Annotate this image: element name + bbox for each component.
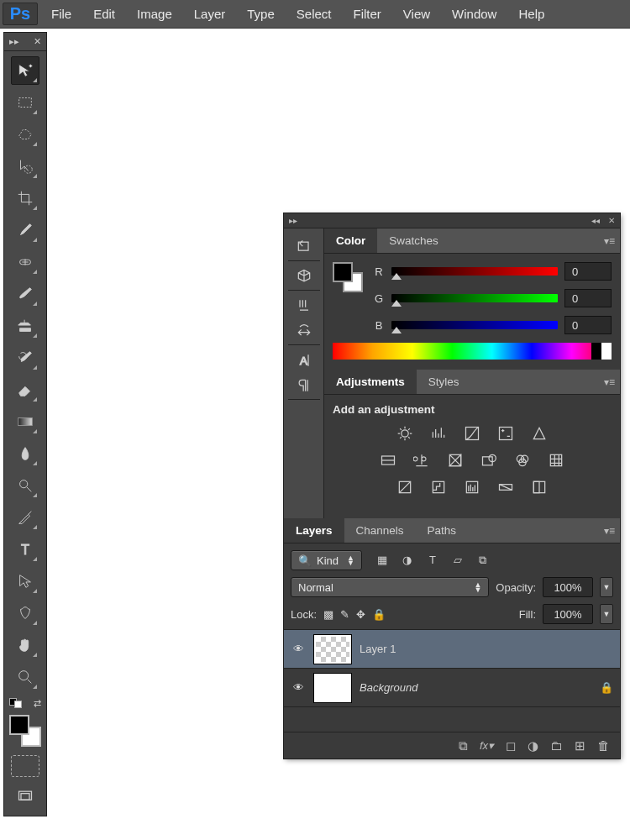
levels-icon[interactable] — [428, 424, 449, 443]
channel-g-slider[interactable] — [391, 294, 558, 302]
color-panel-swatches[interactable] — [333, 262, 363, 292]
menu-file[interactable]: File — [40, 0, 82, 28]
healing-brush-tool[interactable] — [11, 248, 39, 276]
paragraph-icon[interactable] — [293, 377, 315, 394]
layer-thumbnail[interactable] — [314, 674, 351, 702]
eyedropper-tool[interactable] — [11, 216, 39, 244]
opacity-dropdown-icon[interactable]: ▼ — [600, 577, 613, 597]
delete-icon[interactable]: 🗑 — [597, 738, 610, 753]
layer-name[interactable]: Layer 1 — [360, 643, 613, 655]
layer-row[interactable]: 👁 Layer 1 — [284, 629, 620, 668]
foreground-background-colors[interactable] — [9, 715, 41, 747]
layer-name[interactable]: Background — [360, 681, 591, 694]
menu-help[interactable]: Help — [507, 0, 555, 28]
fill-value[interactable]: 100% — [543, 604, 593, 624]
screen-mode-button[interactable] — [11, 785, 39, 807]
black-white-icon[interactable] — [445, 451, 465, 470]
tab-color[interactable]: Color — [324, 228, 377, 253]
swap-colors-icon[interactable]: ⇄ — [34, 699, 41, 708]
channel-mixer-icon[interactable] — [512, 451, 533, 470]
fx-icon[interactable]: fx▾ — [480, 739, 494, 752]
shape-tool[interactable] — [11, 599, 39, 627]
filter-type-icon[interactable]: T — [424, 554, 441, 567]
type-tool[interactable]: T — [11, 535, 39, 564]
menu-layer[interactable]: Layer — [183, 0, 237, 28]
crop-tool[interactable] — [11, 184, 39, 213]
character-icon[interactable]: A — [293, 352, 315, 369]
visibility-toggle-icon[interactable]: 👁 — [291, 643, 306, 655]
brush-tool[interactable] — [11, 280, 39, 308]
dodge-tool[interactable] — [11, 471, 39, 500]
selective-color-icon[interactable] — [529, 478, 549, 496]
menu-view[interactable]: View — [392, 0, 441, 28]
lasso-tool[interactable] — [11, 120, 39, 149]
filter-shape-icon[interactable]: ▱ — [449, 554, 466, 567]
history-icon[interactable] — [293, 239, 315, 255]
filter-adjustment-icon[interactable]: ◑ — [399, 554, 416, 567]
gradient-tool[interactable] — [11, 407, 39, 436]
blend-mode-select[interactable]: Normal ▲▼ — [291, 577, 489, 597]
eraser-tool[interactable] — [11, 375, 39, 404]
layer-row[interactable]: 👁 Background 🔒 — [284, 668, 620, 706]
opacity-value[interactable]: 100% — [543, 577, 593, 597]
close-icon[interactable]: ✕ — [34, 36, 41, 47]
menu-filter[interactable]: Filter — [343, 0, 392, 28]
channel-b-value[interactable]: 0 — [564, 316, 612, 334]
channel-r-value[interactable]: 0 — [564, 262, 612, 281]
visibility-toggle-icon[interactable]: 👁 — [291, 681, 306, 694]
group-icon[interactable]: 🗀 — [550, 738, 563, 753]
lock-all-icon[interactable]: 🔒 — [372, 608, 386, 621]
mask-icon[interactable]: ◻ — [506, 738, 516, 753]
lock-pixels-icon[interactable]: ✎ — [340, 608, 349, 621]
curves-icon[interactable] — [462, 424, 482, 443]
menu-image[interactable]: Image — [126, 0, 183, 28]
color-fg-swatch[interactable] — [333, 262, 353, 282]
quick-mask-mode-button[interactable] — [11, 755, 39, 777]
path-select-tool[interactable] — [11, 567, 39, 596]
expand-icon[interactable]: ▸▸ — [9, 36, 19, 47]
clone-stamp-tool[interactable] — [11, 312, 39, 340]
zoom-tool[interactable] — [11, 663, 39, 691]
menu-edit[interactable]: Edit — [82, 0, 126, 28]
new-layer-icon[interactable]: ⊞ — [575, 738, 585, 753]
lock-position-icon[interactable]: ✥ — [356, 608, 365, 621]
blur-tool[interactable] — [11, 439, 39, 468]
brightness-contrast-icon[interactable] — [395, 424, 415, 443]
filter-smart-icon[interactable]: ⧉ — [475, 554, 491, 567]
brushes-icon[interactable] — [293, 297, 315, 314]
color-spectrum[interactable] — [333, 343, 612, 360]
layer-thumbnail[interactable] — [314, 635, 351, 664]
move-tool[interactable] — [11, 56, 39, 85]
marquee-tool[interactable] — [11, 88, 39, 117]
invert-icon[interactable] — [395, 478, 415, 496]
pen-tool[interactable] — [11, 503, 39, 532]
exposure-icon[interactable] — [496, 424, 516, 443]
adjustment-layer-icon[interactable]: ◑ — [528, 738, 538, 753]
tab-paths[interactable]: Paths — [416, 518, 469, 543]
hue-saturation-icon[interactable] — [378, 451, 398, 470]
tab-channels[interactable]: Channels — [344, 518, 416, 543]
collapse-icon[interactable]: ▸▸ — [289, 216, 297, 225]
link-icon[interactable]: ⧉ — [459, 738, 468, 753]
clone-source-icon[interactable] — [293, 323, 315, 339]
close-icon[interactable]: ✕ — [608, 216, 615, 225]
color-panel-menu-icon[interactable]: ▾≡ — [604, 235, 615, 247]
lock-transparent-icon[interactable]: ▩ — [323, 608, 333, 621]
hand-tool[interactable] — [11, 631, 39, 659]
channel-b-slider[interactable] — [391, 321, 558, 329]
vibrance-icon[interactable] — [529, 424, 549, 443]
gradient-map-icon[interactable] — [496, 478, 516, 496]
minimize-icon[interactable]: ◂◂ — [591, 216, 600, 225]
menu-window[interactable]: Window — [441, 0, 507, 28]
cube-3d-icon[interactable] — [293, 268, 315, 285]
tools-panel-header[interactable]: ▸▸ ✕ — [3, 32, 47, 50]
fill-dropdown-icon[interactable]: ▼ — [600, 604, 613, 624]
threshold-icon[interactable] — [462, 478, 482, 496]
layer-filter-select[interactable]: 🔍 Kind ▲▼ — [291, 550, 362, 570]
tab-styles[interactable]: Styles — [417, 370, 471, 394]
history-brush-tool[interactable] — [11, 344, 39, 372]
channel-g-value[interactable]: 0 — [564, 289, 612, 307]
quick-select-tool[interactable] — [11, 152, 39, 181]
foreground-color-swatch[interactable] — [9, 715, 29, 735]
posterize-icon[interactable] — [428, 478, 449, 496]
